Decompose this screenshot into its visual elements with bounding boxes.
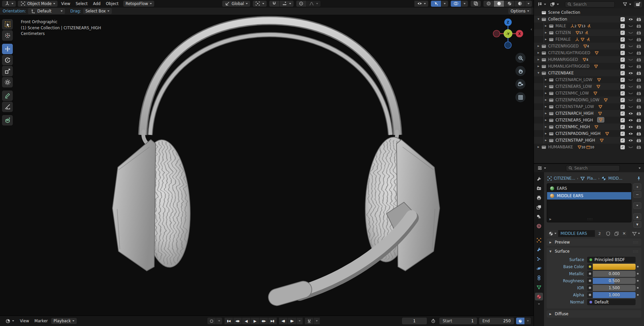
socket-chip[interactable] [587, 285, 592, 291]
slot-specials-dropdown[interactable] [633, 202, 641, 209]
exclude-checkbox[interactable]: ✓ [620, 77, 625, 82]
eye-open-icon[interactable] [628, 71, 633, 76]
eye-closed-icon[interactable] [628, 84, 633, 89]
link-socket[interactable] [636, 287, 640, 289]
node-select-button[interactable]: Default [587, 299, 636, 305]
duplicate-material-button[interactable] [613, 230, 621, 237]
tab-view-layer[interactable] [535, 203, 543, 211]
mode-dropdown[interactable]: Object Mode [18, 1, 58, 7]
tab-modifiers[interactable] [535, 246, 543, 253]
add-slot-button[interactable]: ＋ [633, 183, 641, 190]
overlays-toggle[interactable] [451, 1, 461, 7]
outliner-row[interactable]: ▶CITIZENSTRAP_HIGH✓ [534, 137, 644, 144]
outliner-row[interactable]: ▶CITIZENLIGHTRIGGED✓ [534, 49, 644, 56]
tab-material[interactable] [535, 293, 543, 300]
pan-hand-button[interactable] [515, 66, 526, 76]
properties-editor-type-button[interactable] [536, 165, 547, 171]
pin-icon[interactable] [636, 176, 641, 181]
disable-in-renders-camera-icon[interactable] [636, 50, 641, 56]
expand-chevron-icon[interactable]: ▶ [543, 31, 548, 34]
expand-chevron-icon[interactable]: ▶ [543, 92, 548, 95]
expand-chevron-icon[interactable]: ▶ [536, 58, 541, 61]
menu-object[interactable]: Object [103, 1, 121, 6]
material-slot[interactable]: EARS [547, 185, 631, 192]
disable-in-renders-camera-icon[interactable] [636, 71, 641, 76]
play-button[interactable]: ▶ [250, 318, 259, 324]
exclude-checkbox[interactable]: ✓ [620, 17, 625, 22]
timeline-menu-view[interactable]: View [17, 319, 32, 323]
outliner-row[interactable]: ▶CITIZENEARS_LOW✓ [534, 83, 644, 90]
material-slot[interactable]: MIDDLE EARS [547, 192, 631, 200]
disable-in-renders-camera-icon[interactable] [636, 98, 641, 103]
link-socket[interactable] [636, 273, 640, 275]
eye-closed-icon[interactable] [628, 57, 633, 62]
material-users-button[interactable]: 2 [595, 230, 604, 237]
outliner-row[interactable]: ▼Collection✓ [534, 16, 644, 23]
tool-scale[interactable] [2, 66, 13, 76]
exclude-checkbox[interactable]: ✓ [620, 71, 625, 76]
eye-closed-icon[interactable] [628, 104, 633, 109]
outliner-row[interactable]: ▶CITIZENMIC_HIGH✓ [534, 123, 644, 130]
tab-output[interactable] [535, 194, 543, 202]
breadcrumb-item[interactable]: Pla... [587, 176, 597, 181]
tool-measure[interactable] [2, 102, 13, 112]
new-collection-button[interactable] [634, 1, 642, 7]
eye-closed-icon[interactable] [628, 24, 633, 29]
gizmos-dropdown[interactable] [441, 1, 448, 7]
proportional-edit-toggle[interactable] [296, 1, 306, 7]
outliner-row[interactable]: ▶CITIZENARCH_HIGH✓ [534, 110, 644, 117]
disable-in-renders-camera-icon[interactable] [636, 118, 641, 123]
material-name-field[interactable]: MIDDLE EARS [558, 230, 595, 237]
value-slider[interactable]: 1.500 [593, 285, 636, 291]
tab-constraints[interactable] [535, 274, 543, 282]
snap-target-dropdown[interactable] [280, 1, 294, 7]
eye-closed-icon[interactable] [628, 98, 633, 103]
disable-in-renders-camera-icon[interactable] [636, 104, 641, 109]
tool-transform[interactable] [2, 77, 13, 87]
exclude-checkbox[interactable]: ✓ [620, 44, 625, 49]
outliner-row[interactable]: ▶CITIZEN17✓ [534, 29, 644, 36]
exclude-checkbox[interactable]: ✓ [620, 37, 625, 42]
base-color-swatch[interactable] [593, 264, 636, 270]
eye-open-icon[interactable] [628, 131, 633, 136]
outliner-row[interactable]: ▶CITIZENMIC_LOW✓ [534, 90, 644, 97]
disable-in-renders-camera-icon[interactable] [636, 37, 641, 42]
expand-chevron-icon[interactable]: ▶ [536, 146, 541, 148]
tab-tool[interactable] [535, 175, 543, 183]
transform-orientation-dropdown[interactable]: Global [222, 1, 250, 7]
exclude-checkbox[interactable]: ✓ [620, 145, 625, 150]
properties-options-chevron[interactable] [639, 168, 641, 169]
tab-object[interactable] [535, 236, 543, 244]
next-keyframe-button[interactable]: ◆▶ [259, 318, 268, 324]
step-dropdown[interactable] [296, 318, 302, 324]
panel-drag-grip[interactable]: :::: [633, 241, 639, 244]
shading-solid-button[interactable] [494, 1, 504, 7]
start-frame-field[interactable]: Start1 [439, 318, 477, 324]
disable-in-renders-camera-icon[interactable] [636, 44, 641, 49]
gizmos-toggle[interactable] [431, 1, 441, 7]
breadcrumb-item[interactable]: MIDD... [608, 176, 622, 181]
move-slot-up-button[interactable]: ▲ [633, 213, 641, 220]
expand-chevron-icon[interactable]: ▶ [543, 25, 548, 27]
exclude-checkbox[interactable]: ✓ [620, 24, 625, 29]
tab-particles[interactable] [535, 255, 543, 263]
link-socket[interactable] [636, 266, 640, 267]
drag-value-dropdown[interactable]: Select Box [83, 8, 112, 14]
value-slider[interactable]: 0.000 [593, 271, 636, 277]
exclude-checkbox[interactable]: ✓ [620, 138, 625, 143]
keying-set-dropdown[interactable] [216, 318, 222, 324]
value-slider[interactable]: 0.500 [593, 278, 636, 284]
expand-chevron-icon[interactable]: ▶ [543, 112, 548, 115]
timeline-editor-type-button[interactable] [3, 318, 16, 324]
expand-chevron-icon[interactable]: ▶ [543, 78, 548, 81]
snap-toggle[interactable] [269, 1, 279, 7]
preview-panel-header[interactable]: ▶Preview:::: [547, 239, 641, 246]
socket-chip[interactable] [587, 292, 592, 298]
disable-in-renders-camera-icon[interactable] [636, 145, 641, 150]
shading-wireframe-button[interactable] [483, 1, 494, 7]
timeline-menu-marker[interactable]: Marker [32, 319, 50, 323]
expand-chevron-icon[interactable]: ▶ [536, 45, 541, 47]
overlays-dropdown[interactable] [461, 1, 468, 7]
browse-material-button[interactable] [547, 230, 558, 237]
eye-closed-icon[interactable] [628, 64, 633, 69]
